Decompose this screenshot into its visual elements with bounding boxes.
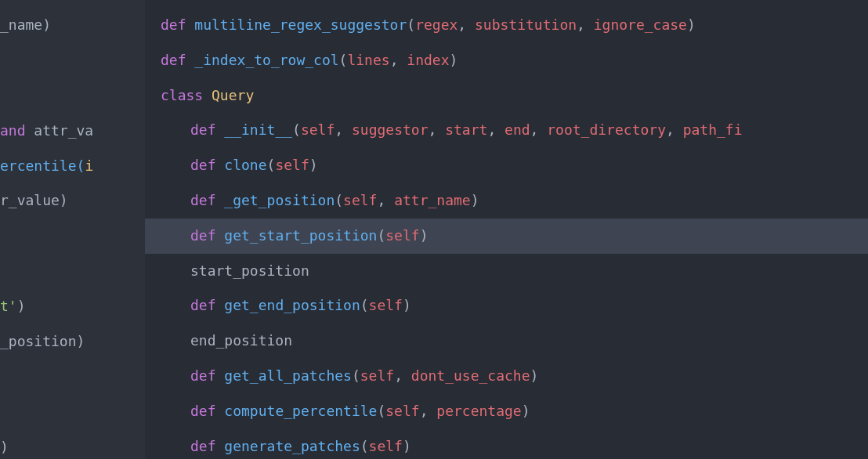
outline-item-clone[interactable]: def clone(self)	[145, 148, 868, 183]
outline-item-compute-percentile[interactable]: def compute_percentile(self, percentage)	[145, 394, 868, 429]
outline-item-get-start-position[interactable]: def get_start_position(self)	[145, 219, 868, 254]
code-fragment: ercentile(i	[0, 149, 145, 184]
outline-item-multiline-regex-suggestor[interactable]: def multiline_regex_suggestor(regex, sub…	[145, 8, 868, 43]
outline-item-index-to-row-col[interactable]: def _index_to_row_col(lines, index)	[145, 43, 868, 78]
outline-item-get-all-patches[interactable]: def get_all_patches(self, dont_use_cache…	[145, 359, 868, 394]
outline-item-get-position[interactable]: def _get_position(self, attr_name)	[145, 183, 868, 219]
outline-item-start-position[interactable]: start_position	[145, 254, 868, 289]
outline-item-generate-patches[interactable]: def generate_patches(self)	[145, 429, 868, 459]
code-fragment: r_value)	[0, 183, 145, 219]
outline-item-init[interactable]: def __init__(self, suggestor, start, end…	[145, 113, 868, 148]
code-fragment: t')	[0, 289, 145, 324]
code-fragment: _position)	[0, 324, 145, 360]
outline-item-class-query[interactable]: class Query	[145, 78, 868, 114]
editor-left-panel: _name) and attr_va ercentile(i r_value) …	[0, 0, 145, 459]
outline-panel: def multiline_regex_suggestor(regex, sub…	[145, 0, 868, 459]
code-fragment: )	[0, 430, 145, 459]
outline-item-get-end-position[interactable]: def get_end_position(self)	[145, 288, 868, 323]
code-fragment: _name)	[0, 8, 145, 43]
outline-item-end-position[interactable]: end_position	[145, 323, 868, 359]
code-fragment: and attr_va	[0, 114, 145, 149]
